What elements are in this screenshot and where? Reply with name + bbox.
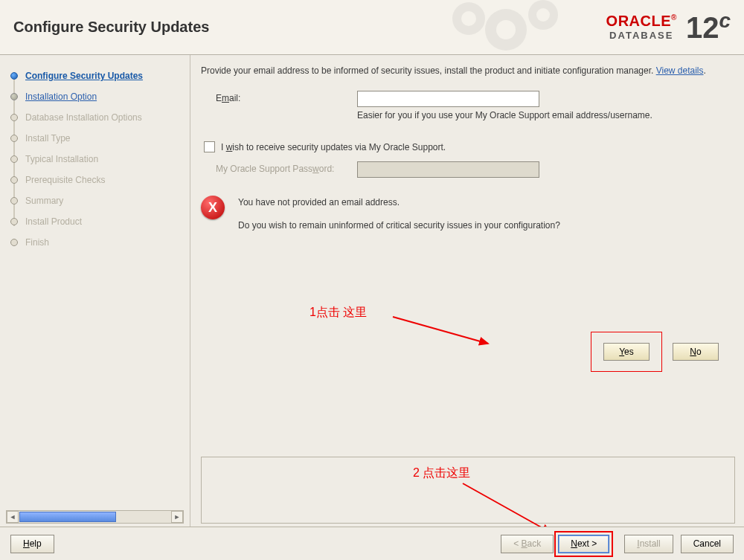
scroll-left-icon[interactable]: ◄ <box>7 511 19 523</box>
next-button[interactable]: Next > <box>558 535 609 553</box>
step-finish: Finish <box>10 232 190 253</box>
checkbox-label: I wish to receive security updates via M… <box>221 142 446 152</box>
step-bullet-icon <box>10 72 18 80</box>
svg-point-3 <box>496 20 516 39</box>
password-label: My Oracle Support Password: <box>201 161 357 174</box>
svg-point-1 <box>461 11 476 26</box>
step-installation-option[interactable]: Installation Option <box>10 86 190 107</box>
cancel-button[interactable]: Cancel <box>681 535 734 553</box>
step-bullet-icon <box>10 197 18 205</box>
brand-logo: ORACLE® DATABASE 12c <box>606 9 731 45</box>
scroll-right-icon[interactable]: ► <box>171 511 183 523</box>
step-database-installation-options: Database Installation Options <box>10 107 190 128</box>
svg-point-5 <box>536 8 550 22</box>
page-title: Configure Security Updates <box>13 19 209 36</box>
intro-text: Provide your email address to be informe… <box>201 64 729 77</box>
email-label: Email: <box>201 91 357 103</box>
error-icon: X <box>201 196 225 219</box>
back-button: < Back <box>501 535 554 553</box>
step-install-type: Install Type <box>10 128 190 149</box>
step-bullet-icon <box>10 176 18 184</box>
step-prerequisite-checks: Prerequisite Checks <box>10 170 190 190</box>
step-bullet-icon <box>10 135 18 142</box>
view-details-link[interactable]: View details <box>656 65 704 76</box>
help-button[interactable]: Help <box>10 535 54 553</box>
step-install-product: Install Product <box>10 211 190 232</box>
step-bullet-icon <box>10 155 18 163</box>
footer: Help < Back Next > Install Cancel <box>0 527 744 560</box>
install-button: Install <box>624 535 673 553</box>
step-bullet-icon <box>10 93 18 100</box>
step-bullet-icon <box>10 239 18 246</box>
scroll-thumb[interactable] <box>19 512 116 522</box>
email-input[interactable] <box>357 91 539 107</box>
step-summary: Summary <box>10 190 190 211</box>
svg-line-6 <box>393 317 488 344</box>
annotation-2: 2 点击这里 <box>413 466 470 481</box>
step-bullet-icon <box>10 218 18 225</box>
yes-annotation-box: Yes <box>591 332 662 372</box>
content-panel: Provide your email address to be informe… <box>190 55 744 527</box>
gear-decor-icon <box>439 0 573 62</box>
email-hint: Easier for you if you use your My Oracle… <box>357 110 655 120</box>
header: Configure Security Updates ORACLE® DATAB… <box>0 0 744 55</box>
sidebar-horizontal-scrollbar[interactable]: ◄ ► <box>6 510 184 524</box>
receive-updates-checkbox[interactable] <box>204 141 215 152</box>
wizard-sidebar: Configure Security Updates Installation … <box>0 55 190 527</box>
yes-button[interactable]: Yes <box>603 343 650 361</box>
step-configure-security-updates[interactable]: Configure Security Updates <box>10 65 190 86</box>
step-typical-installation: Typical Installation <box>10 149 190 170</box>
step-bullet-icon <box>10 114 18 121</box>
mos-password-input <box>357 161 539 178</box>
annotation-1: 1点击 这里 <box>310 305 367 321</box>
dialog-message: You have not provided an email address. … <box>238 196 560 242</box>
no-button[interactable]: No <box>673 343 719 361</box>
